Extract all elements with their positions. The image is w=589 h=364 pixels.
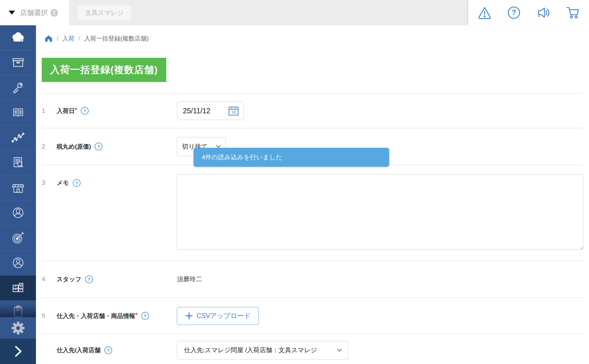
main-content: / 入荷 / 入荷一括登録(複数店舗) 入荷一括登録(複数店舗) 1 入荷日* … <box>36 25 589 364</box>
arrival-date-input[interactable]: 25/11/12 18 <box>177 101 244 120</box>
help-icon[interactable]: ? <box>73 179 81 187</box>
memo-label: メモ <box>57 179 69 187</box>
store-icon <box>10 181 26 195</box>
sidebar-item-inventory[interactable] <box>0 275 36 300</box>
sidebar-scroll-fade <box>0 300 36 317</box>
breadcrumb-separator: / <box>57 35 58 42</box>
store-count-badge: 1 <box>50 9 58 17</box>
breadcrumb-home[interactable] <box>45 35 53 42</box>
plus-icon <box>185 312 193 320</box>
csv-upload-label: CSVアップロード <box>197 311 251 320</box>
sidebar-item-key[interactable] <box>0 75 36 100</box>
breadcrumb-current: 入荷一括登録(複数店舗) <box>84 35 149 43</box>
sidebar-item-cloud[interactable] <box>0 25 36 50</box>
form-row-arrival-date: 1 入荷日* ? 25/11/12 18 <box>42 93 583 128</box>
announcement-icon[interactable] <box>536 5 550 20</box>
required-mark: * <box>75 107 77 113</box>
store-selector-label: 店舗選択 <box>20 8 48 17</box>
form-row-staff: 4 スタッフ ? 須磨玲二 <box>42 261 583 298</box>
sidebar-item-member[interactable] <box>0 200 36 225</box>
sidebar-item-staff[interactable] <box>0 250 36 275</box>
help-icon[interactable]: ? <box>507 5 521 20</box>
staff-label: スタッフ <box>57 275 81 283</box>
memo-textarea[interactable] <box>177 174 583 250</box>
sidebar-item-stock[interactable] <box>0 50 36 75</box>
header-actions: ? <box>468 0 589 25</box>
row-number: 5 <box>42 312 57 320</box>
breadcrumb: / 入荷 / 入荷一括登録(複数店舗) <box>36 25 589 43</box>
sidebar-expand-button[interactable] <box>0 339 36 364</box>
cloud-icon <box>10 31 26 44</box>
sidebar-nav <box>0 25 36 364</box>
top-header: 店舗選択 1 文具スマレジ ? <box>0 0 589 25</box>
help-icon[interactable]: ? <box>141 312 149 320</box>
caret-down-icon <box>9 11 15 15</box>
page-title: 入荷一括登録(複数店舗) <box>42 58 166 82</box>
sidebar-item-analytics[interactable] <box>0 125 36 150</box>
member-icon <box>11 206 26 220</box>
key-icon <box>11 81 26 95</box>
chevron-down-icon <box>337 349 342 352</box>
line-chart-icon <box>10 131 26 144</box>
toast-notification[interactable]: 4件の読み込みを行いました <box>194 148 389 167</box>
chevron-right-icon <box>12 345 24 358</box>
calendar-icon[interactable]: 18 <box>227 105 240 117</box>
form-row-memo: 3 メモ ? <box>42 165 583 261</box>
sidebar-item-catalog[interactable] <box>0 100 36 125</box>
breadcrumb-separator: / <box>79 35 80 42</box>
cart-icon[interactable] <box>565 5 580 20</box>
warning-icon[interactable] <box>477 5 492 20</box>
required-mark: * <box>135 312 137 318</box>
tax-rounding-label: 税丸め(原価) <box>57 143 91 151</box>
breadcrumb-link-nyuka[interactable]: 入荷 <box>62 35 74 43</box>
target-icon <box>11 231 26 245</box>
store-selector[interactable]: 店舗選択 1 <box>0 0 69 25</box>
csv-upload-button[interactable]: CSVアップロード <box>177 307 259 325</box>
arrival-date-value: 25/11/12 <box>183 107 227 115</box>
help-icon[interactable]: ? <box>81 107 89 115</box>
stock-box-icon <box>11 56 26 70</box>
inventory-cabinet-icon <box>10 281 26 295</box>
supplier-store-label: 仕入先/入荷店舗 <box>57 346 101 354</box>
help-icon[interactable]: ? <box>85 275 93 283</box>
sidebar-item-clipboard[interactable] <box>0 300 36 317</box>
svg-text:?: ? <box>512 8 516 16</box>
form-row-csv-upload: 5 仕入先・入荷店舗・商品情報* ? CSVアップロード <box>42 298 583 334</box>
staff-icon <box>11 256 26 270</box>
toast-message: 4件の読み込みを行いました <box>202 153 282 162</box>
svg-text:18: 18 <box>231 110 236 115</box>
supplier-store-value: 仕入先:スマレジ問屋 /入荷店舗：文具スマレジ <box>184 346 337 355</box>
staff-name-value: 須磨玲二 <box>177 275 202 283</box>
sidebar-item-store[interactable] <box>0 175 36 200</box>
help-icon[interactable]: ? <box>95 143 102 150</box>
sidebar-item-settings[interactable] <box>0 317 36 339</box>
row-number: 1 <box>42 107 57 114</box>
sidebar-item-target[interactable] <box>0 225 36 250</box>
home-icon <box>45 35 53 42</box>
catalog-book-icon <box>10 106 26 120</box>
report-search-icon <box>11 156 26 170</box>
arrival-date-label: 入荷日* <box>57 107 77 115</box>
supplier-store-select[interactable]: 仕入先:スマレジ問屋 /入荷店舗：文具スマレジ <box>177 341 348 360</box>
sidebar-item-report[interactable] <box>0 150 36 175</box>
form-row-supplier-store: 仕入先/入荷店舗 ? 仕入先:スマレジ問屋 /入荷店舗：文具スマレジ <box>42 334 583 364</box>
help-icon[interactable]: ? <box>104 346 112 354</box>
supplier-info-label: 仕入先・入荷店舗・商品情報* <box>57 312 137 320</box>
row-number: 2 <box>42 143 57 150</box>
settings-gear-icon <box>10 320 26 336</box>
row-number: 4 <box>42 275 57 283</box>
row-number: 3 <box>42 179 57 187</box>
store-tag: 文具スマレジ <box>78 5 131 20</box>
